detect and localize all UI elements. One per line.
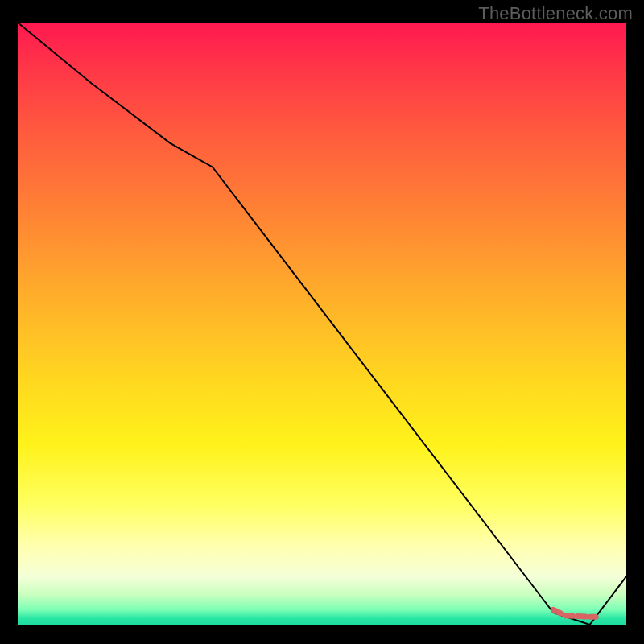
chart-container: TheBottleneck.com [0, 0, 644, 644]
accent-segment [553, 609, 596, 617]
chart-svg [18, 23, 626, 625]
watermark-text: TheBottleneck.com [478, 3, 633, 24]
plot-area [18, 23, 626, 625]
main-curve [18, 23, 626, 625]
